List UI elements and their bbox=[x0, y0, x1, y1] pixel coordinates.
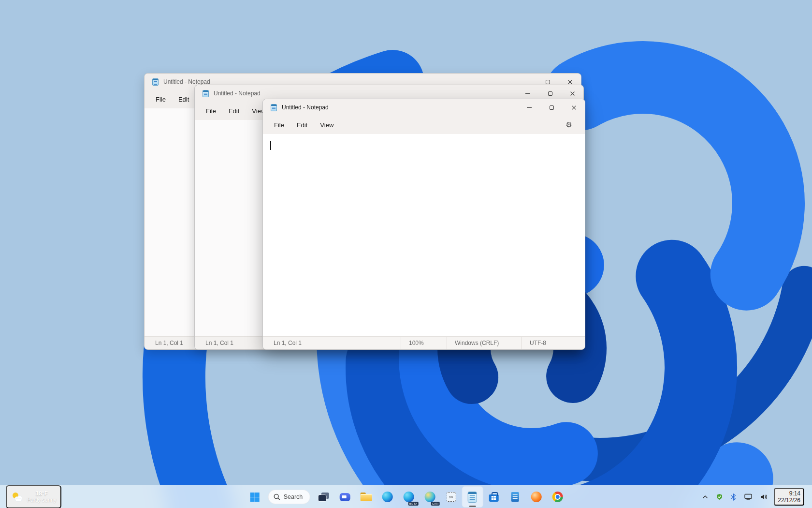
close-icon bbox=[567, 79, 573, 85]
task-view-button[interactable] bbox=[313, 486, 334, 508]
status-line-col: Ln 1, Col 1 bbox=[263, 340, 401, 346]
security-shield-icon bbox=[716, 493, 723, 500]
minimize-icon bbox=[525, 93, 530, 94]
taskbar: 18°F Partly sunny Search bbox=[0, 485, 812, 508]
file-explorer-button[interactable] bbox=[355, 486, 377, 508]
status-bar: Ln 1, Col 1 100% Windows (CRLF) UTF-8 bbox=[263, 336, 585, 349]
text-area[interactable] bbox=[263, 134, 585, 336]
search-box[interactable]: Search bbox=[268, 490, 310, 504]
scissors-icon: ✂ bbox=[449, 494, 453, 500]
minimize-icon bbox=[523, 82, 528, 82]
snipping-tool-icon: ✂ bbox=[446, 492, 456, 502]
search-icon bbox=[274, 493, 280, 500]
maximize-icon bbox=[550, 105, 554, 110]
maximize-icon bbox=[548, 91, 552, 96]
chat-icon bbox=[339, 493, 350, 501]
window-title: Untitled - Notepad bbox=[163, 78, 210, 85]
system-tray: 9:14 22/12/26 bbox=[700, 485, 809, 508]
weather-sun-cloud-icon bbox=[11, 491, 23, 503]
tray-time: 9:14 bbox=[789, 490, 800, 497]
browser-app-button[interactable] bbox=[525, 486, 547, 508]
edge-button[interactable] bbox=[377, 486, 398, 508]
menu-file[interactable]: File bbox=[200, 105, 222, 118]
minimize-icon bbox=[527, 107, 532, 108]
menu-view[interactable]: View bbox=[314, 119, 340, 132]
orange-browser-icon bbox=[531, 492, 541, 502]
volume-tray-button[interactable] bbox=[758, 492, 769, 502]
menu-file[interactable]: File bbox=[268, 119, 290, 132]
store-button[interactable] bbox=[483, 486, 504, 508]
text-caret bbox=[270, 141, 271, 150]
chrome-button[interactable] bbox=[547, 486, 568, 508]
menu-file[interactable]: File bbox=[149, 93, 172, 106]
hidden-icons-button[interactable] bbox=[700, 493, 710, 501]
weather-widget[interactable]: 18°F Partly sunny bbox=[6, 485, 61, 508]
settings-gear-icon[interactable]: ⚙ bbox=[562, 119, 576, 131]
notepad-app-icon bbox=[152, 78, 159, 86]
tray-date: 22/12/26 bbox=[778, 497, 800, 504]
notepad-app-icon bbox=[271, 104, 277, 111]
edge-canary-badge: CAN bbox=[431, 502, 440, 506]
notepad-window-front: Untitled - Notepad File Edit View ⚙ Ln 1… bbox=[262, 99, 585, 350]
chat-button[interactable] bbox=[334, 486, 355, 508]
chrome-icon bbox=[552, 492, 563, 502]
weather-text: 18°F Partly sunny bbox=[27, 491, 57, 503]
weather-temp: 18°F bbox=[27, 491, 57, 497]
menu-bar: File Edit View ⚙ bbox=[263, 116, 585, 134]
status-encoding: UTF-8 bbox=[522, 337, 585, 349]
weather-condition: Partly sunny bbox=[27, 497, 57, 503]
bluetooth-tray-button[interactable] bbox=[729, 492, 738, 503]
security-tray-button[interactable] bbox=[714, 492, 725, 502]
windows-logo-icon bbox=[250, 493, 259, 502]
taskbar-center: Search BETA CAN ✂ bbox=[244, 485, 568, 508]
search-label: Search bbox=[284, 493, 303, 500]
menu-edit[interactable]: Edit bbox=[222, 105, 246, 118]
task-view-icon bbox=[318, 493, 329, 501]
maximize-icon bbox=[546, 80, 550, 84]
store-icon bbox=[489, 494, 498, 502]
document-app-icon bbox=[511, 492, 519, 502]
menu-edit[interactable]: Edit bbox=[172, 93, 195, 106]
minimize-button[interactable] bbox=[518, 99, 540, 116]
notepad-taskbar-button[interactable] bbox=[462, 486, 483, 508]
edge-icon bbox=[382, 492, 392, 502]
edge-beta-icon bbox=[403, 492, 414, 502]
titlebar[interactable]: Untitled - Notepad bbox=[263, 99, 585, 116]
notepad-app-icon bbox=[203, 90, 209, 97]
edge-beta-badge: BETA bbox=[408, 502, 418, 506]
status-line-ending: Windows (CRLF) bbox=[447, 337, 522, 349]
desktop: Untitled - Notepad File Edit View Ln 1, … bbox=[0, 0, 812, 508]
caption-buttons bbox=[518, 99, 585, 116]
close-icon bbox=[570, 91, 575, 96]
maximize-button[interactable] bbox=[540, 99, 563, 116]
edge-beta-button[interactable]: BETA bbox=[398, 486, 419, 508]
document-app-button[interactable] bbox=[504, 486, 525, 508]
close-icon bbox=[571, 105, 577, 110]
close-button[interactable] bbox=[563, 99, 585, 116]
display-cast-icon bbox=[744, 493, 752, 500]
status-zoom: 100% bbox=[401, 337, 447, 349]
window-title: Untitled - Notepad bbox=[282, 104, 329, 111]
clock[interactable]: 9:14 22/12/26 bbox=[774, 488, 804, 506]
start-button[interactable] bbox=[244, 486, 265, 508]
edge-canary-icon bbox=[424, 492, 435, 502]
folder-icon bbox=[360, 493, 372, 501]
display-cast-tray-button[interactable] bbox=[742, 492, 754, 502]
snipping-tool-button[interactable]: ✂ bbox=[440, 486, 462, 508]
edge-canary-button[interactable]: CAN bbox=[419, 486, 440, 508]
chevron-up-icon bbox=[702, 494, 708, 499]
bluetooth-icon bbox=[731, 493, 736, 501]
menu-edit[interactable]: Edit bbox=[290, 119, 314, 132]
notepad-icon bbox=[468, 492, 477, 503]
volume-icon bbox=[760, 493, 768, 500]
window-title: Untitled - Notepad bbox=[214, 90, 261, 97]
